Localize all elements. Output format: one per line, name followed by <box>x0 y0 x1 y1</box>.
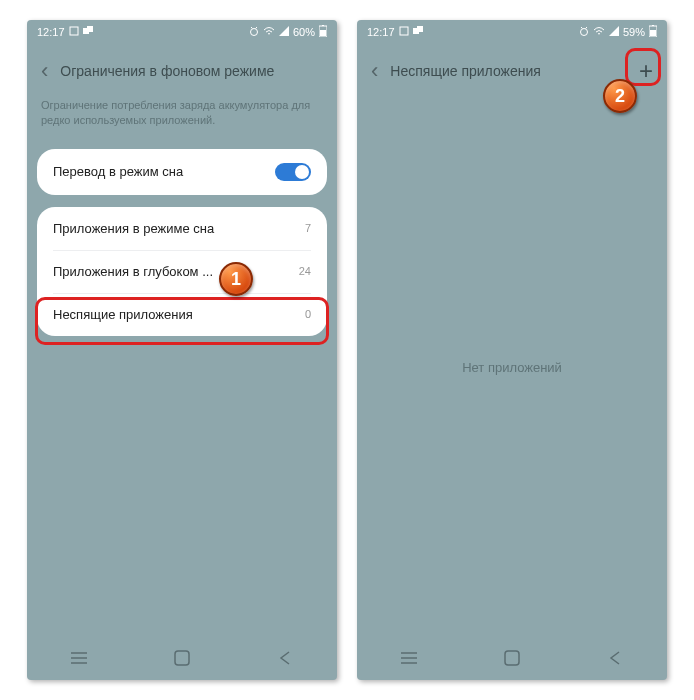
recents-button[interactable] <box>54 651 104 669</box>
battery-icon <box>319 25 327 39</box>
notification-icon-2 <box>413 26 423 38</box>
apps-list-card: Приложения в режиме сна 7 Приложения в г… <box>37 207 327 336</box>
svg-rect-25 <box>505 651 519 665</box>
add-button[interactable]: + <box>639 59 653 83</box>
svg-rect-2 <box>87 26 93 32</box>
list-item-label: Приложения в глубоком ... <box>53 264 213 279</box>
list-item-count: 7 <box>305 222 311 234</box>
svg-rect-15 <box>417 26 423 32</box>
svg-line-5 <box>255 27 257 29</box>
battery-text: 59% <box>623 26 645 38</box>
notification-icon <box>69 26 79 38</box>
toggle-switch[interactable] <box>275 163 311 181</box>
home-button[interactable] <box>487 650 537 670</box>
signal-icon <box>279 26 289 38</box>
list-item-label: Приложения в режиме сна <box>53 221 214 236</box>
svg-line-4 <box>251 27 253 29</box>
svg-rect-8 <box>320 30 326 36</box>
empty-state-text: Нет приложений <box>357 94 667 640</box>
svg-rect-0 <box>70 27 78 35</box>
svg-line-18 <box>585 27 587 29</box>
toggle-card: Перевод в режим сна <box>37 149 327 195</box>
svg-rect-21 <box>650 30 656 36</box>
back-button[interactable] <box>260 650 310 670</box>
status-time: 12:17 <box>367 26 395 38</box>
navigation-bar <box>357 640 667 680</box>
list-item-label: Неспящие приложения <box>53 307 193 322</box>
svg-line-17 <box>581 27 583 29</box>
back-icon[interactable]: ‹ <box>41 58 48 84</box>
page-title: Неспящие приложения <box>390 63 639 79</box>
navigation-bar <box>27 640 337 680</box>
page-subtitle: Ограничение потребления заряда аккумулят… <box>27 94 337 143</box>
svg-rect-20 <box>652 25 654 26</box>
recents-button[interactable] <box>384 651 434 669</box>
back-button[interactable] <box>590 650 640 670</box>
header: ‹ Ограничения в фоновом режиме <box>27 44 337 94</box>
page-title: Ограничения в фоновом режиме <box>60 63 323 79</box>
status-bar: 12:17 59% <box>357 20 667 44</box>
list-item-sleep-apps[interactable]: Приложения в режиме сна 7 <box>37 207 327 250</box>
alarm-icon <box>249 26 259 38</box>
home-button[interactable] <box>157 650 207 670</box>
svg-rect-7 <box>322 25 324 26</box>
list-item-count: 0 <box>305 308 311 320</box>
sleep-mode-toggle-row[interactable]: Перевод в режим сна <box>37 149 327 195</box>
list-item-never-sleep-apps[interactable]: Неспящие приложения 0 <box>37 293 327 336</box>
notification-icon-2 <box>83 26 93 38</box>
svg-point-16 <box>580 29 587 36</box>
toggle-label: Перевод в режим сна <box>53 164 183 179</box>
alarm-icon <box>579 26 589 38</box>
svg-rect-12 <box>175 651 189 665</box>
signal-icon <box>609 26 619 38</box>
status-bar: 12:17 60% <box>27 20 337 44</box>
list-item-count: 24 <box>299 265 311 277</box>
status-time: 12:17 <box>37 26 65 38</box>
battery-text: 60% <box>293 26 315 38</box>
annotation-badge-2: 2 <box>603 79 637 113</box>
wifi-icon <box>593 26 605 38</box>
battery-icon <box>649 25 657 39</box>
back-icon[interactable]: ‹ <box>371 58 378 84</box>
svg-point-3 <box>250 29 257 36</box>
svg-rect-13 <box>400 27 408 35</box>
wifi-icon <box>263 26 275 38</box>
annotation-badge-1: 1 <box>219 262 253 296</box>
notification-icon <box>399 26 409 38</box>
list-item-deep-sleep-apps[interactable]: Приложения в глубоком ... 24 <box>37 250 327 293</box>
